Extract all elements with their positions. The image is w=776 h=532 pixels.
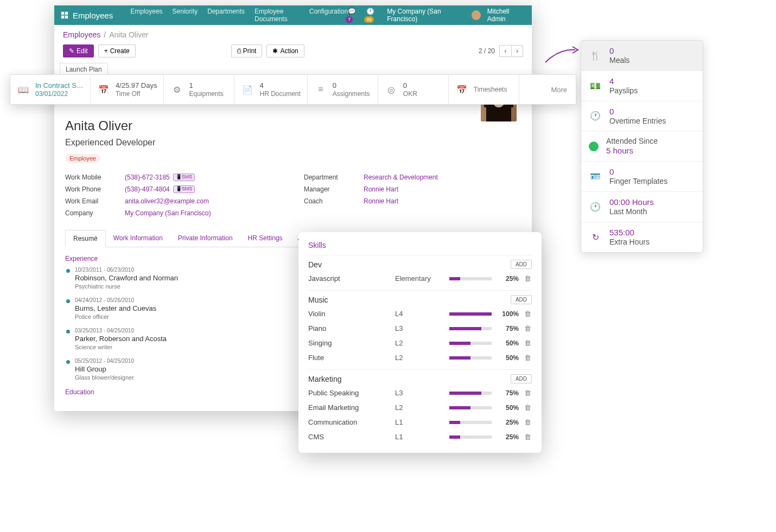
skill-name: Javascript bbox=[308, 274, 390, 283]
nav-apps[interactable]: Employees bbox=[61, 11, 113, 20]
stat-icon: ⚙ bbox=[170, 83, 183, 96]
skill-pct: 50% bbox=[497, 404, 519, 412]
nav-menu: EmployeesSeniorityDepartmentsEmployee Do… bbox=[130, 8, 348, 23]
info-value[interactable]: My Company (San Francisco) bbox=[125, 209, 211, 217]
clock-icon: 🕐 bbox=[589, 110, 602, 123]
skill-bar bbox=[449, 406, 492, 409]
stat-icon: ◎ bbox=[385, 83, 398, 96]
info-value[interactable]: Ronnie Hart bbox=[364, 185, 398, 193]
stat-timesheets[interactable]: 📅Timesheets bbox=[449, 75, 519, 104]
stat-bar: 📖In Contract S…03/01/2022📅4/25.97 DaysTi… bbox=[10, 74, 576, 105]
trash-icon[interactable]: 🗑 bbox=[524, 310, 532, 318]
skill-level: L1 bbox=[395, 418, 444, 426]
skill-name: Violin bbox=[308, 310, 390, 318]
nav-user[interactable]: Mitchell Admin bbox=[487, 8, 525, 23]
nav-menu-item[interactable]: Departments bbox=[207, 8, 245, 23]
printer-icon: ⎙ bbox=[237, 47, 241, 55]
sms-badge[interactable]: 📱SMS bbox=[173, 174, 195, 181]
print-button[interactable]: ⎙Print bbox=[231, 44, 263, 57]
skill-name: Communication bbox=[308, 418, 390, 426]
pager-prev-button[interactable]: ‹ bbox=[499, 45, 511, 57]
avatar-icon bbox=[472, 10, 480, 20]
pencil-icon: ✎ bbox=[69, 47, 74, 55]
stat-equipments[interactable]: ⚙1Equipments bbox=[164, 75, 234, 104]
nav-company[interactable]: My Company (San Francisco) bbox=[387, 8, 465, 23]
add-skill-button[interactable]: ADD bbox=[511, 295, 532, 304]
money-icon: 💵 bbox=[589, 79, 602, 92]
stat-03/01/2022[interactable]: 📖In Contract S…03/01/2022 bbox=[10, 75, 91, 104]
trash-icon[interactable]: 🗑 bbox=[524, 433, 532, 441]
stat-okr[interactable]: ◎0OKR bbox=[378, 75, 449, 104]
skill-bar bbox=[449, 277, 492, 280]
skill-pct: 50% bbox=[497, 354, 519, 362]
skill-group-music: MusicADDViolinL4100%🗑PianoL375%🗑SingingL… bbox=[308, 290, 532, 365]
pager: 2 / 20 ‹ › bbox=[479, 45, 523, 57]
breadcrumb-root[interactable]: Employees bbox=[63, 30, 100, 39]
side-item-extra-hours[interactable]: ↻535:00Extra Hours bbox=[581, 222, 703, 252]
info-value[interactable]: (538)-497-4804 bbox=[125, 185, 170, 193]
skill-row: CommunicationL125%🗑 bbox=[308, 415, 532, 430]
trash-icon[interactable]: 🗑 bbox=[524, 418, 532, 426]
skill-pct: 75% bbox=[497, 325, 519, 332]
trash-icon[interactable]: 🗑 bbox=[524, 324, 532, 332]
skill-row: Email MarketingL250%🗑 bbox=[308, 400, 532, 415]
nav-menu-item[interactable]: Employee Documents bbox=[255, 8, 300, 23]
launch-plan-button[interactable]: Launch Plan bbox=[60, 63, 108, 75]
side-item-5-hours[interactable]: Attended Since5 hours bbox=[581, 131, 703, 162]
trash-icon[interactable]: 🗑 bbox=[524, 403, 532, 412]
pager-next-button[interactable]: › bbox=[511, 45, 523, 57]
side-item-overtime-entries[interactable]: 🕐0Overtime Entries bbox=[581, 101, 703, 132]
info-row: CompanyMy Company (San Francisco) bbox=[65, 207, 282, 219]
stat-assignments[interactable]: ≡0Assignments bbox=[308, 75, 378, 104]
skill-bar bbox=[449, 327, 492, 330]
stat-more-button[interactable]: More bbox=[542, 75, 576, 104]
skill-name: Piano bbox=[308, 324, 390, 332]
add-skill-button[interactable]: ADD bbox=[511, 374, 532, 383]
side-item-meals[interactable]: 🍴0Meals bbox=[581, 41, 703, 71]
side-item-last-month[interactable]: 🕐00:00 HoursLast Month bbox=[581, 192, 703, 222]
tab-hr-settings[interactable]: HR Settings bbox=[240, 230, 290, 247]
edit-button[interactable]: ✎Edit bbox=[63, 44, 94, 57]
action-row: ✎Edit +Create ⎙Print ✱Action 2 / 20 ‹ › bbox=[54, 41, 532, 63]
add-skill-button[interactable]: ADD bbox=[511, 260, 532, 269]
trash-icon[interactable]: 🗑 bbox=[524, 274, 532, 283]
employee-title: Experienced Developer bbox=[65, 138, 521, 148]
skill-group-name: Marketing bbox=[308, 375, 341, 383]
breadcrumb-current: Anita Oliver bbox=[109, 30, 148, 39]
skill-pct: 75% bbox=[497, 389, 519, 397]
side-item-payslips[interactable]: 💵4Payslips bbox=[581, 71, 703, 101]
info-value[interactable]: (538)-672-3185 bbox=[125, 174, 170, 181]
tab-private-information[interactable]: Private Information bbox=[170, 230, 240, 247]
skill-level: L3 bbox=[395, 324, 444, 332]
skill-level: L1 bbox=[395, 433, 444, 441]
skill-name: Public Speaking bbox=[308, 389, 390, 397]
messages-icon[interactable]: 💬7 bbox=[348, 8, 360, 23]
info-value[interactable]: Ronnie Hart bbox=[364, 197, 398, 205]
stat-time-off[interactable]: 📅4/25.97 DaysTime Off bbox=[91, 75, 164, 104]
employee-tag: Employee bbox=[65, 154, 100, 163]
nav-menu-item[interactable]: Configuration bbox=[309, 8, 348, 23]
info-value[interactable]: anita.oliver32@example.com bbox=[125, 197, 209, 205]
sms-badge[interactable]: 📱SMS bbox=[173, 185, 195, 193]
skill-row: Public SpeakingL375%🗑 bbox=[308, 386, 532, 400]
side-item-finger-templates[interactable]: 🪪0Finger Templates bbox=[581, 162, 703, 192]
action-button[interactable]: ✱Action bbox=[266, 44, 304, 57]
nav-menu-item[interactable]: Seniority bbox=[173, 8, 198, 23]
skill-row: JavascriptElementary25%🗑 bbox=[308, 271, 532, 286]
skill-name: CMS bbox=[308, 433, 390, 441]
create-button[interactable]: +Create bbox=[98, 44, 136, 57]
trash-icon[interactable]: 🗑 bbox=[524, 354, 532, 362]
skill-bar bbox=[449, 392, 492, 395]
tab-work-information[interactable]: Work Information bbox=[106, 230, 170, 247]
stat-hr-document[interactable]: 📄4HR Document bbox=[234, 75, 307, 104]
trash-icon[interactable]: 🗑 bbox=[524, 339, 532, 347]
activities-icon[interactable]: 🕐46 bbox=[366, 8, 380, 23]
info-row: Work Phone(538)-497-4804📱SMS bbox=[65, 183, 282, 195]
trash-icon[interactable]: 🗑 bbox=[524, 389, 532, 397]
info-value[interactable]: Research & Development bbox=[364, 174, 438, 181]
nav-menu-item[interactable]: Employees bbox=[130, 8, 162, 23]
skill-row: SingingL250%🗑 bbox=[308, 336, 532, 350]
skill-level: L2 bbox=[395, 403, 444, 412]
tab-resum-[interactable]: Resumé bbox=[65, 230, 106, 247]
skill-level: Elementary bbox=[395, 274, 444, 283]
